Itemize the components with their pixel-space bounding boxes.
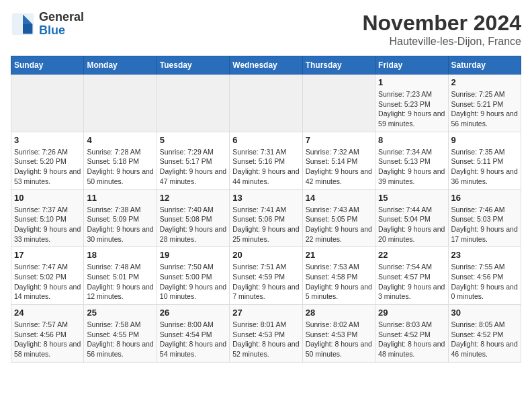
calendar-cell: [157, 75, 229, 132]
weekday-header-saturday: Saturday: [448, 56, 521, 75]
weekday-header-friday: Friday: [375, 56, 448, 75]
calendar-table: SundayMondayTuesdayWednesdayThursdayFrid…: [11, 56, 521, 363]
day-number: 10: [14, 193, 81, 203]
calendar-cell: 17Sunrise: 7:47 AM Sunset: 5:02 PM Dayli…: [11, 247, 84, 305]
calendar-cell: 3Sunrise: 7:26 AM Sunset: 5:20 PM Daylig…: [11, 132, 84, 189]
day-info: Sunrise: 7:37 AM Sunset: 5:10 PM Dayligh…: [14, 205, 81, 244]
day-info: Sunrise: 8:05 AM Sunset: 4:52 PM Dayligh…: [451, 320, 518, 359]
day-info: Sunrise: 8:00 AM Sunset: 4:54 PM Dayligh…: [160, 320, 226, 359]
day-number: 8: [378, 135, 445, 145]
day-number: 27: [232, 308, 299, 318]
day-number: 5: [160, 135, 226, 145]
calendar-cell: 28Sunrise: 8:02 AM Sunset: 4:53 PM Dayli…: [302, 305, 375, 363]
calendar-cell: 27Sunrise: 8:01 AM Sunset: 4:53 PM Dayli…: [230, 305, 302, 363]
day-info: Sunrise: 7:55 AM Sunset: 4:56 PM Dayligh…: [451, 262, 518, 302]
day-number: 26: [160, 308, 226, 318]
day-info: Sunrise: 7:41 AM Sunset: 5:06 PM Dayligh…: [232, 205, 299, 244]
day-info: Sunrise: 7:32 AM Sunset: 5:14 PM Dayligh…: [306, 147, 372, 187]
day-number: 23: [451, 250, 518, 260]
day-info: Sunrise: 7:47 AM Sunset: 5:02 PM Dayligh…: [14, 262, 81, 302]
day-number: 14: [306, 193, 372, 203]
day-number: 13: [232, 193, 299, 203]
day-number: 28: [306, 308, 372, 318]
calendar-cell: 22Sunrise: 7:54 AM Sunset: 4:57 PM Dayli…: [375, 247, 448, 305]
day-number: 12: [160, 193, 226, 203]
calendar-cell: 29Sunrise: 8:03 AM Sunset: 4:52 PM Dayli…: [375, 305, 448, 363]
calendar-cell: 12Sunrise: 7:40 AM Sunset: 5:08 PM Dayli…: [157, 189, 229, 247]
day-number: 3: [14, 135, 81, 145]
day-info: Sunrise: 7:57 AM Sunset: 4:56 PM Dayligh…: [14, 320, 81, 359]
day-info: Sunrise: 7:23 AM Sunset: 5:23 PM Dayligh…: [378, 89, 445, 129]
calendar-cell: [230, 75, 302, 132]
calendar-cell: 25Sunrise: 7:58 AM Sunset: 4:55 PM Dayli…: [84, 305, 157, 363]
day-info: Sunrise: 7:35 AM Sunset: 5:11 PM Dayligh…: [451, 147, 518, 187]
day-number: 21: [306, 250, 372, 260]
calendar-cell: 9Sunrise: 7:35 AM Sunset: 5:11 PM Daylig…: [448, 132, 521, 189]
calendar-cell: 23Sunrise: 7:55 AM Sunset: 4:56 PM Dayli…: [448, 247, 521, 305]
calendar-cell: 11Sunrise: 7:38 AM Sunset: 5:09 PM Dayli…: [84, 189, 157, 247]
weekday-header-monday: Monday: [84, 56, 157, 75]
calendar-cell: 4Sunrise: 7:28 AM Sunset: 5:18 PM Daylig…: [84, 132, 157, 189]
day-info: Sunrise: 8:02 AM Sunset: 4:53 PM Dayligh…: [306, 320, 372, 359]
day-info: Sunrise: 7:28 AM Sunset: 5:18 PM Dayligh…: [87, 147, 153, 187]
calendar-cell: 15Sunrise: 7:44 AM Sunset: 5:04 PM Dayli…: [375, 189, 448, 247]
weekday-header-tuesday: Tuesday: [157, 56, 229, 75]
day-info: Sunrise: 7:46 AM Sunset: 5:03 PM Dayligh…: [451, 205, 518, 244]
day-number: 6: [232, 135, 299, 145]
day-info: Sunrise: 7:54 AM Sunset: 4:57 PM Dayligh…: [378, 262, 445, 302]
day-info: Sunrise: 7:31 AM Sunset: 5:16 PM Dayligh…: [232, 147, 299, 187]
calendar-cell: 6Sunrise: 7:31 AM Sunset: 5:16 PM Daylig…: [230, 132, 302, 189]
day-info: Sunrise: 8:01 AM Sunset: 4:53 PM Dayligh…: [232, 320, 299, 359]
day-info: Sunrise: 7:51 AM Sunset: 4:59 PM Dayligh…: [232, 262, 299, 302]
calendar-cell: [11, 75, 84, 132]
calendar-cell: 20Sunrise: 7:51 AM Sunset: 4:59 PM Dayli…: [230, 247, 302, 305]
day-number: 7: [306, 135, 372, 145]
day-number: 30: [451, 308, 518, 318]
day-info: Sunrise: 7:44 AM Sunset: 5:04 PM Dayligh…: [378, 205, 445, 244]
calendar-cell: [84, 75, 157, 132]
day-info: Sunrise: 7:29 AM Sunset: 5:17 PM Dayligh…: [160, 147, 226, 187]
day-info: Sunrise: 7:53 AM Sunset: 4:58 PM Dayligh…: [306, 262, 372, 302]
day-info: Sunrise: 8:03 AM Sunset: 4:52 PM Dayligh…: [378, 320, 445, 359]
day-info: Sunrise: 7:43 AM Sunset: 5:05 PM Dayligh…: [306, 205, 372, 244]
header: General Blue November 2024 Hauteville-le…: [11, 11, 521, 48]
day-number: 19: [160, 250, 226, 260]
day-number: 4: [87, 135, 153, 145]
logo-text: General Blue: [39, 11, 84, 38]
day-info: Sunrise: 7:34 AM Sunset: 5:13 PM Dayligh…: [378, 147, 445, 187]
calendar-cell: 21Sunrise: 7:53 AM Sunset: 4:58 PM Dayli…: [302, 247, 375, 305]
day-number: 24: [14, 308, 81, 318]
calendar-cell: 16Sunrise: 7:46 AM Sunset: 5:03 PM Dayli…: [448, 189, 521, 247]
day-number: 15: [378, 193, 445, 203]
calendar-cell: 10Sunrise: 7:37 AM Sunset: 5:10 PM Dayli…: [11, 189, 84, 247]
day-number: 9: [451, 135, 518, 145]
title-area: November 2024 Hauteville-les-Dijon, Fran…: [362, 11, 521, 48]
day-info: Sunrise: 7:26 AM Sunset: 5:20 PM Dayligh…: [14, 147, 81, 187]
calendar-cell: 26Sunrise: 8:00 AM Sunset: 4:54 PM Dayli…: [157, 305, 229, 363]
calendar-cell: 7Sunrise: 7:32 AM Sunset: 5:14 PM Daylig…: [302, 132, 375, 189]
calendar-cell: 1Sunrise: 7:23 AM Sunset: 5:23 PM Daylig…: [375, 75, 448, 132]
calendar-cell: 18Sunrise: 7:48 AM Sunset: 5:01 PM Dayli…: [84, 247, 157, 305]
day-info: Sunrise: 7:50 AM Sunset: 5:00 PM Dayligh…: [160, 262, 226, 302]
calendar-cell: 30Sunrise: 8:05 AM Sunset: 4:52 PM Dayli…: [448, 305, 521, 363]
calendar-cell: 5Sunrise: 7:29 AM Sunset: 5:17 PM Daylig…: [157, 132, 229, 189]
calendar-cell: 19Sunrise: 7:50 AM Sunset: 5:00 PM Dayli…: [157, 247, 229, 305]
day-info: Sunrise: 7:25 AM Sunset: 5:21 PM Dayligh…: [451, 89, 518, 129]
weekday-header-thursday: Thursday: [302, 56, 375, 75]
day-number: 2: [451, 77, 518, 87]
day-number: 29: [378, 308, 445, 318]
day-number: 20: [232, 250, 299, 260]
sub-title: Hauteville-les-Dijon, France: [362, 36, 521, 48]
day-number: 22: [378, 250, 445, 260]
day-info: Sunrise: 7:58 AM Sunset: 4:55 PM Dayligh…: [87, 320, 153, 359]
svg-marker-2: [23, 24, 32, 34]
day-number: 18: [87, 250, 153, 260]
day-number: 16: [451, 193, 518, 203]
weekday-header-wednesday: Wednesday: [230, 56, 302, 75]
day-number: 25: [87, 308, 153, 318]
day-number: 17: [14, 250, 81, 260]
day-info: Sunrise: 7:40 AM Sunset: 5:08 PM Dayligh…: [160, 205, 226, 244]
calendar-cell: 2Sunrise: 7:25 AM Sunset: 5:21 PM Daylig…: [448, 75, 521, 132]
day-info: Sunrise: 7:48 AM Sunset: 5:01 PM Dayligh…: [87, 262, 153, 302]
logo: General Blue: [11, 11, 84, 38]
